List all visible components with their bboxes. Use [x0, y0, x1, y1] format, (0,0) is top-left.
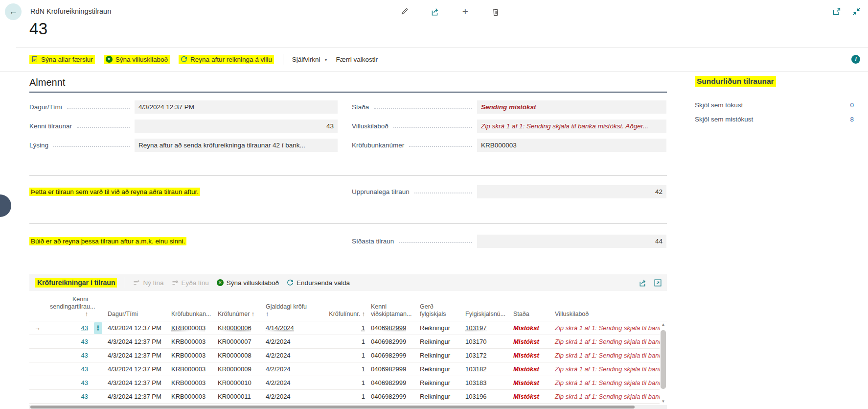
column-header[interactable]: Kenni viðskiptaman...	[368, 303, 417, 321]
column-header[interactable]: Villuskilaboð	[552, 311, 667, 321]
column-header[interactable]: Kröfulínunr. ↑	[314, 311, 368, 321]
column-header[interactable]: Kröfubunkan...	[168, 311, 215, 321]
column-header[interactable]: Gerð fylgiskjals	[417, 303, 462, 321]
cell-customer_id[interactable]: 0406982999	[368, 376, 417, 389]
cell-datetime[interactable]: 4/3/2024 12:37 PM	[105, 335, 168, 348]
cell-line_no[interactable]: 1	[314, 390, 368, 403]
cell-claim_no[interactable]: KR0000008	[215, 349, 263, 362]
cell-doc_type[interactable]: Reikningur	[417, 362, 462, 376]
share-icon[interactable]	[639, 279, 647, 287]
column-header[interactable]: Kröfunúmer ↑	[215, 311, 263, 321]
cell-due_date[interactable]: 4/2/2024	[263, 390, 314, 403]
cell-due_date[interactable]: 4/2/2024	[263, 335, 314, 348]
cell-datetime[interactable]: 4/3/2024 12:37 PM	[105, 390, 168, 403]
cell-batch[interactable]: KRB000003	[168, 362, 215, 376]
cue-value-tokust[interactable]: 0	[850, 101, 854, 109]
cell-customer_id[interactable]: 0406982999	[368, 335, 417, 348]
cell-batch[interactable]: KRB000003	[168, 335, 215, 348]
row-options-icon[interactable]: ⋮	[94, 322, 102, 334]
cell-datetime[interactable]: 4/3/2024 12:37 PM	[105, 362, 168, 376]
automate-menu[interactable]: Sjálfvirkni ▾	[292, 56, 327, 63]
cell-status[interactable]: Mistókst	[510, 390, 552, 403]
table-row[interactable]: 434/3/2024 12:37 PMKRB000003KR00000104/2…	[29, 376, 660, 390]
new-icon[interactable]: +	[459, 6, 471, 18]
fewer-options-action[interactable]: Færri valkostir	[336, 56, 378, 63]
cell-status[interactable]: Mistókst	[510, 349, 552, 362]
cell-line_no[interactable]: 1	[314, 335, 368, 348]
field-krofubunkanumer[interactable]: KRB000003	[477, 139, 666, 152]
cell-id[interactable]: 43	[47, 376, 91, 389]
cell-doc_no[interactable]: 103196	[462, 390, 510, 403]
field-lysing[interactable]: Reyna aftur að senda kröfureikninga tilr…	[135, 139, 338, 152]
cell-customer_id[interactable]: 0406982999	[368, 362, 417, 376]
cell-status[interactable]: Mistókst	[510, 362, 552, 376]
field-stada[interactable]: Sending mistókst	[477, 100, 666, 114]
cell-id[interactable]: 43	[47, 390, 91, 403]
column-header[interactable]: Dagur/Tími	[105, 311, 168, 321]
cell-claim_no[interactable]: KR0000007	[215, 335, 263, 348]
column-header[interactable]: Gjalddagi kröfu ↑	[263, 303, 314, 321]
field-kenni-tilraunar[interactable]: 43	[135, 120, 338, 133]
delete-icon[interactable]	[490, 6, 502, 18]
back-button[interactable]: ←	[5, 3, 22, 20]
cue-value-mistokust[interactable]: 8	[850, 116, 854, 123]
cell-customer_id[interactable]: 0406982999	[368, 349, 417, 362]
vertical-scrollbar-thumb[interactable]	[661, 330, 666, 389]
delete-line-action[interactable]: Eyða línu	[172, 279, 209, 287]
cell-error[interactable]: Zip skrá 1 af 1: Sending skjala til bank…	[552, 349, 660, 362]
cell-error[interactable]: Zip skrá 1 af 1: Sending skjala til bank…	[552, 335, 660, 348]
cell-doc_no[interactable]: 103172	[462, 349, 510, 362]
cell-error[interactable]: Zip skrá 1 af 1: Sending skjala til bank…	[552, 321, 660, 335]
cell-doc_no[interactable]: 103182	[462, 362, 510, 376]
side-panel-handle[interactable]	[0, 194, 11, 217]
vertical-scrollbar[interactable]: ▲ ▼	[660, 321, 667, 405]
cell-customer_id[interactable]: 0406982999	[368, 390, 417, 403]
cell-error[interactable]: Zip skrá 1 af 1: Sending skjala til bank…	[552, 362, 660, 376]
cell-customer_id[interactable]: 0406982999	[368, 321, 417, 335]
cell-status[interactable]: Mistókst	[510, 376, 552, 389]
cell-claim_no[interactable]: KR0000011	[215, 390, 263, 403]
field-sidasta-tilraun[interactable]: 44	[477, 235, 666, 248]
cell-batch[interactable]: KRB000003	[168, 376, 215, 389]
row-menu[interactable]: ⋮	[91, 321, 105, 335]
cell-doc_type[interactable]: Reikningur	[417, 335, 462, 348]
cell-id[interactable]: 43	[47, 349, 91, 362]
cell-claim_no[interactable]: KR0000006	[215, 321, 263, 335]
field-villuskilabod[interactable]: Zip skrá 1 af 1: Sending skjala til bank…	[477, 120, 666, 133]
cell-doc_type[interactable]: Reikningur	[417, 321, 462, 335]
open-in-new-window-icon[interactable]	[831, 5, 843, 17]
horizontal-scrollbar[interactable]	[29, 405, 667, 409]
show-errors-action[interactable]: ✕ Sýna villuskilaboð	[104, 55, 170, 64]
cell-line_no[interactable]: 1	[314, 376, 368, 389]
cell-batch[interactable]: KRB000003	[168, 390, 215, 403]
cell-line_no[interactable]: 1	[314, 362, 368, 376]
open-in-excel-icon[interactable]	[654, 279, 662, 287]
cell-due_date[interactable]: 4/2/2024	[263, 349, 314, 362]
cell-id[interactable]: 43	[47, 321, 91, 335]
collapse-icon[interactable]	[850, 5, 862, 17]
cell-due_date[interactable]: 4/14/2024	[263, 321, 314, 335]
show-errors-line-action[interactable]: ✕ Sýna villuskilaboð	[217, 279, 279, 287]
lines-part-title[interactable]: Kröfureikningar í tilraun	[35, 278, 117, 288]
table-row[interactable]: 434/3/2024 12:37 PMKRB000003KR00000094/2…	[29, 362, 660, 376]
edit-icon[interactable]	[399, 6, 411, 18]
cell-doc_type[interactable]: Reikningur	[417, 376, 462, 389]
column-header[interactable]: Kenni sendingartilrau...↑	[47, 296, 91, 321]
cell-claim_no[interactable]: KR0000009	[215, 362, 263, 376]
cell-id[interactable]: 43	[47, 362, 91, 376]
cell-doc_no[interactable]: 103197	[462, 321, 510, 335]
field-upprunalega-tilraun[interactable]: 42	[477, 185, 666, 198]
table-row[interactable]: 434/3/2024 12:37 PMKRB000003KR00000114/2…	[29, 390, 660, 404]
info-icon[interactable]: i	[851, 55, 860, 64]
cell-error[interactable]: Zip skrá 1 af 1: Sending skjala til bank…	[552, 376, 660, 389]
cell-status[interactable]: Mistókst	[510, 321, 552, 335]
cell-claim_no[interactable]: KR0000010	[215, 376, 263, 389]
retry-invoices-action[interactable]: Reyna aftur reikninga á villu	[179, 55, 274, 64]
cell-line_no[interactable]: 1	[314, 349, 368, 362]
cell-line_no[interactable]: 1	[314, 321, 368, 335]
cell-doc_type[interactable]: Reikningur	[417, 349, 462, 362]
table-row[interactable]: 434/3/2024 12:37 PMKRB000003KR00000074/2…	[29, 335, 660, 349]
cell-datetime[interactable]: 4/3/2024 12:37 PM	[105, 349, 168, 362]
cell-due_date[interactable]: 4/2/2024	[263, 362, 314, 376]
general-section-heading[interactable]: Almennt	[29, 77, 667, 93]
